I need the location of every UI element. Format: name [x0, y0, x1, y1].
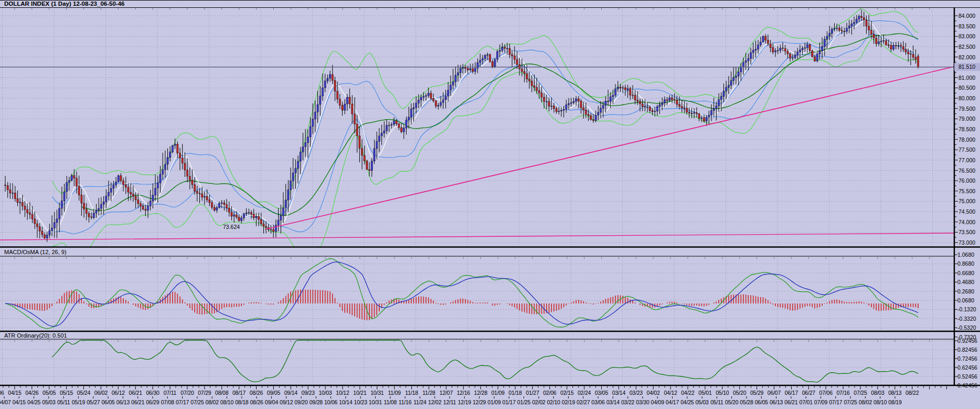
macd-line [5, 259, 918, 329]
horizontal-trendline [0, 233, 954, 240]
bear-candles [4, 16, 919, 238]
bull-candles [12, 16, 900, 238]
lower-outer-band [52, 39, 918, 260]
slow-ma-line [81, 34, 918, 215]
osma-histogram [8, 289, 918, 320]
trendline-price-label: 73.624 [223, 224, 240, 230]
atr-line [52, 340, 918, 382]
fast-ma-line [20, 20, 918, 232]
current-price-label: 81.510 [954, 63, 980, 71]
chart-title: DOLLAR INDEX (1 Day) 12-08-23_06-50-46 [4, 1, 124, 7]
chart-canvas[interactable] [0, 0, 980, 409]
upper-inner-band [52, 20, 918, 214]
signal-line [5, 262, 918, 327]
atr-panel-label: ATR Ordinary(20): 0.501 [4, 332, 67, 339]
chart-title-bar: DOLLAR INDEX (1 Day) 12-08-23_06-50-46 [0, 0, 980, 8]
trading-chart-window: DOLLAR INDEX (1 Day) 12-08-23_06-50-46 8… [0, 0, 980, 409]
macd-panel-label: MACD/OsMA (12, 26, 9) [4, 249, 67, 255]
upper-outer-band [52, 9, 918, 208]
